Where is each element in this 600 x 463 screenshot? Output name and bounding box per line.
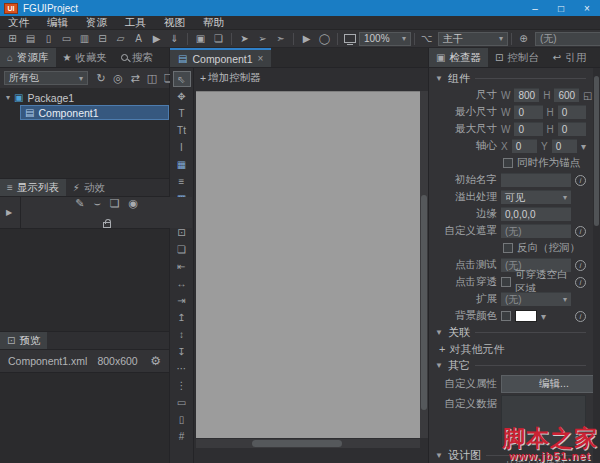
input-text-tool[interactable]: I (173, 139, 191, 155)
align-middle-v-icon[interactable]: ↕ (173, 326, 191, 342)
section-other[interactable]: ▼ 其它 (435, 358, 586, 373)
maximize-button[interactable]: □ (548, 0, 574, 16)
tree-item-package1[interactable]: ▾ ▣ Package1 (0, 90, 169, 105)
save-all-icon[interactable]: ❏ (210, 31, 227, 46)
new-movieclip-icon[interactable]: ▶ (148, 31, 165, 46)
custom-data-textarea[interactable]: ✎ (501, 395, 586, 447)
minimize-button[interactable]: – (522, 0, 548, 16)
new-component-icon[interactable]: ▤ (22, 31, 39, 46)
vertical-scrollbar[interactable] (420, 91, 428, 438)
gear-icon[interactable]: ⚙ (150, 354, 161, 368)
hand-tool[interactable]: ✥ (173, 88, 191, 104)
tab-preview[interactable]: ⊡ 预览 (0, 332, 47, 349)
inspector-scrollbar[interactable] (593, 68, 600, 463)
branch-select[interactable]: 主干 ▾ (438, 32, 508, 46)
list-tool[interactable]: ≡ (173, 173, 191, 189)
same-height-icon[interactable]: ▯ (173, 411, 191, 427)
overflow-select[interactable]: 可见 ▾ (501, 190, 571, 204)
close-tab-icon[interactable]: × (258, 53, 264, 64)
split-view-icon[interactable]: ◫ (145, 72, 159, 85)
tab-console[interactable]: ⊡ 控制台 (488, 48, 546, 67)
same-width-icon[interactable]: ▭ (173, 394, 191, 410)
new-package-icon[interactable]: ⊞ (4, 31, 21, 46)
play-icon[interactable]: ▶ (298, 31, 315, 46)
new-slider-icon[interactable]: ⊟ (94, 31, 111, 46)
width-field[interactable]: 800 (514, 88, 539, 102)
tab-inspector[interactable]: ▣ 检查器 (429, 48, 488, 67)
publish-all-icon[interactable]: ➢ (254, 31, 271, 46)
add-relation-button[interactable]: + 对其他元件 (435, 341, 586, 357)
tab-search[interactable]: 搜索 (114, 48, 160, 67)
curve-icon[interactable]: ⌣ (93, 197, 100, 210)
bg-color-swatch[interactable] (515, 310, 537, 322)
edit-custom-props-button[interactable]: 编辑... (501, 375, 600, 393)
min-height-field[interactable]: 0 (558, 105, 586, 119)
pivot-x-field[interactable]: 0 (512, 139, 537, 153)
tree-item-component1[interactable]: ▤ Component1 (20, 105, 169, 120)
hscroll-thumb[interactable] (252, 440, 342, 447)
text-tool[interactable]: T (173, 105, 191, 121)
margin-field[interactable]: 0,0,0,0 (501, 207, 571, 221)
expander-icon[interactable]: ▾ (6, 93, 10, 102)
height-field[interactable]: 600 (554, 88, 579, 102)
menu-tools[interactable]: 工具 (125, 16, 146, 30)
align-center-h-icon[interactable]: ↔ (173, 275, 191, 291)
info-icon[interactable]: i (575, 260, 586, 271)
initial-name-field[interactable] (501, 173, 571, 187)
package-filter-select[interactable]: 所有包 ▾ (4, 71, 88, 85)
tab-display-list[interactable]: ≡ 显示列表 (0, 179, 66, 196)
new-progressbar-icon[interactable]: ▱ (112, 31, 129, 46)
mask-invert-checkbox[interactable] (503, 243, 513, 253)
component-tool[interactable]: ❏ (173, 241, 191, 257)
new-label-icon[interactable]: ▯ (40, 31, 57, 46)
publish-icon[interactable]: ➤ (236, 31, 253, 46)
distribute-v-icon[interactable]: ⋮ (173, 377, 191, 393)
new-button-icon[interactable]: ▭ (58, 31, 75, 46)
menu-help[interactable]: 帮助 (203, 16, 224, 30)
pivot-preset-dropdown-icon[interactable]: ▾ (581, 141, 586, 152)
tab-assets[interactable]: ⌂ 资源库 (0, 48, 56, 67)
locate-icon[interactable]: ◎ (111, 72, 125, 85)
inspector-scroll-thumb[interactable] (594, 76, 599, 226)
clone-icon[interactable]: ❏ (110, 197, 120, 210)
fullscreen-size-icon[interactable]: ◱ (583, 90, 592, 101)
info-icon[interactable]: i (575, 226, 586, 237)
expand-arrow-icon[interactable]: ▶ (6, 208, 12, 217)
align-bottom-icon[interactable]: ↧ (173, 343, 191, 359)
lock-icon[interactable] (103, 222, 111, 228)
align-left-icon[interactable]: ⇤ (173, 258, 191, 274)
visible-icon[interactable]: ◉ (129, 197, 139, 210)
info-icon[interactable]: i (575, 175, 586, 186)
anchor-checkbox[interactable] (503, 158, 513, 168)
tab-references[interactable]: ↩ 引用 (546, 48, 593, 67)
design-canvas[interactable] (196, 91, 420, 438)
new-combobox-icon[interactable]: ▥ (76, 31, 93, 46)
select-tool[interactable]: ⇖ (173, 71, 191, 87)
info-icon[interactable]: i (575, 277, 586, 288)
align-right-icon[interactable]: ⇥ (173, 292, 191, 308)
tab-motion[interactable]: ⚡ 动效 (66, 179, 112, 196)
richtext-tool[interactable]: Tt (173, 122, 191, 138)
close-button[interactable]: × (574, 0, 600, 16)
max-width-field[interactable]: 0 (514, 122, 542, 136)
custom-mask-field[interactable]: (无) (501, 224, 571, 238)
zoom-select[interactable]: 100% ▾ (359, 32, 411, 46)
distribute-h-icon[interactable]: ⋯ (173, 360, 191, 376)
new-text-icon[interactable]: A (130, 31, 147, 46)
grid-icon[interactable]: # (173, 428, 191, 444)
chevron-down-icon[interactable]: ▾ (541, 311, 546, 322)
bg-color-checkbox[interactable] (501, 311, 511, 321)
vscroll-thumb[interactable] (421, 195, 427, 410)
publish-settings-icon[interactable]: ➣ (272, 31, 289, 46)
add-controller-button[interactable]: 增加控制器 (208, 71, 261, 85)
swap-icon[interactable]: ⇄ (128, 72, 142, 85)
tab-favorites[interactable]: ★ 收藏夹 (56, 48, 114, 67)
section-component[interactable]: ▼ 组件 (435, 71, 586, 86)
extension-select[interactable]: (无) ▾ (501, 292, 571, 306)
menu-view[interactable]: 视图 (164, 16, 185, 30)
pivot-y-field[interactable]: 0 (552, 139, 577, 153)
section-relations[interactable]: ▼ 关联 (435, 325, 586, 340)
import-resource-icon[interactable]: ⇓ (166, 31, 183, 46)
max-height-field[interactable]: 0 (558, 122, 586, 136)
min-width-field[interactable]: 0 (514, 105, 542, 119)
